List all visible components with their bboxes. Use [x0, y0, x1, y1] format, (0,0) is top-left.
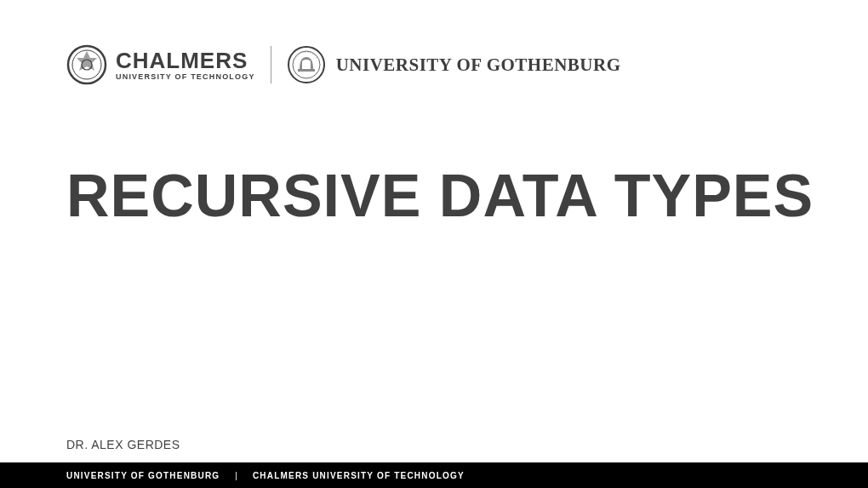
- logo-divider: [271, 46, 271, 83]
- footer-separator: |: [235, 471, 237, 480]
- footer-right: CHALMERS UNIVERSITY OF TECHNOLOGY: [253, 471, 465, 480]
- footer-left: UNIVERSITY OF GOTHENBURG: [66, 471, 220, 480]
- chalmers-seal-icon: [66, 44, 107, 85]
- footer-bar: UNIVERSITY OF GOTHENBURG | CHALMERS UNIV…: [0, 462, 868, 488]
- chalmers-logo-block: CHALMERS UNIVERSITY OF TECHNOLOGY: [66, 44, 255, 85]
- gothenburg-name: UNIVERSITY OF GOTHENBURG: [336, 55, 621, 76]
- chalmers-subtitle: UNIVERSITY OF TECHNOLOGY: [116, 73, 255, 81]
- svg-point-3: [288, 47, 324, 83]
- chalmers-name: CHALMERS: [116, 49, 255, 72]
- author-name: DR. ALEX GERDES: [66, 438, 180, 451]
- chalmers-text: CHALMERS UNIVERSITY OF TECHNOLOGY: [116, 49, 255, 81]
- header-logos: CHALMERS UNIVERSITY OF TECHNOLOGY UNIVER…: [66, 44, 620, 85]
- slide-title: RECURSIVE DATA TYPES: [66, 162, 814, 230]
- svg-point-4: [293, 51, 320, 78]
- gothenburg-seal-icon: [287, 45, 326, 84]
- gothenburg-logo-block: UNIVERSITY OF GOTHENBURG: [287, 45, 621, 84]
- svg-rect-5: [298, 69, 315, 72]
